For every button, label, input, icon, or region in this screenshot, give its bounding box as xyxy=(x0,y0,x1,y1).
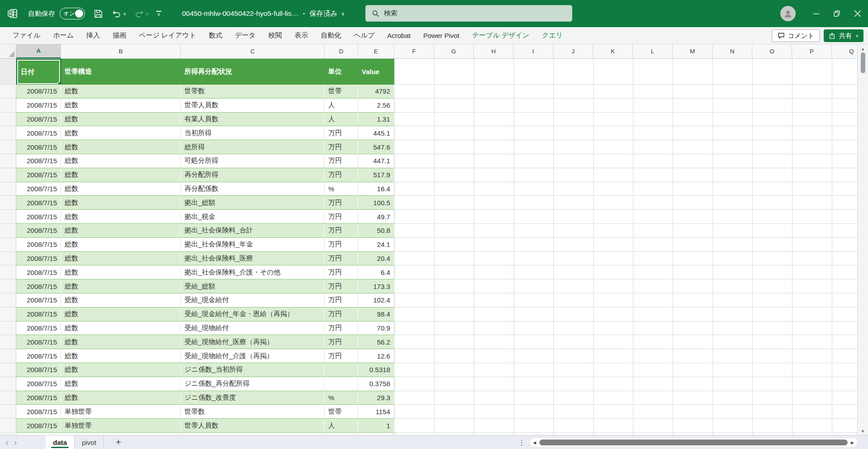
cell-A8[interactable]: 2008/7/15 xyxy=(16,168,61,182)
quick-access-customize-icon[interactable]: ∨ xyxy=(156,11,161,16)
cell-D25[interactable]: 世帯 xyxy=(325,405,358,419)
select-all-corner[interactable] xyxy=(0,44,16,58)
minimize-button[interactable] xyxy=(806,0,826,27)
empty-grid-area[interactable] xyxy=(394,279,868,293)
cell-B4[interactable]: 総数 xyxy=(61,113,181,127)
empty-grid-area[interactable] xyxy=(394,99,868,113)
cell-D18[interactable]: 万円 xyxy=(325,307,358,321)
row-header-18[interactable] xyxy=(0,307,16,321)
empty-grid-area[interactable] xyxy=(394,293,868,307)
cell-D7[interactable]: 万円 xyxy=(325,154,358,168)
scroll-up-icon[interactable]: ▲ xyxy=(861,44,865,52)
column-header-P[interactable]: P xyxy=(792,44,832,58)
cell-E14[interactable]: 20.4 xyxy=(358,252,394,266)
ribbon-tab-3[interactable]: 描画 xyxy=(106,27,132,44)
cell-D19[interactable]: 万円 xyxy=(325,321,358,336)
cell-D4[interactable]: 人 xyxy=(325,113,358,127)
cell-A22[interactable]: 2008/7/15 xyxy=(16,363,61,377)
cell-C11[interactable]: 拠出_税金 xyxy=(181,210,325,224)
sheet-nav-right-icon[interactable]: › xyxy=(14,438,23,447)
cell-A25[interactable]: 2008/7/15 xyxy=(16,405,61,419)
cell-B24[interactable]: 総数 xyxy=(61,391,181,405)
cell-B10[interactable]: 総数 xyxy=(61,196,181,210)
cell-A15[interactable]: 2008/7/15 xyxy=(16,265,61,279)
cell-C17[interactable]: 受給_現金給付 xyxy=(181,293,325,307)
cell-C12[interactable]: 拠出_社会保険料_合計 xyxy=(181,224,325,238)
cell-E15[interactable]: 6.4 xyxy=(358,265,394,279)
cell-E4[interactable]: 1.31 xyxy=(358,113,394,127)
search-input[interactable]: 検索 xyxy=(365,5,572,22)
empty-grid-area[interactable] xyxy=(394,59,868,85)
cell-D21[interactable]: 万円 xyxy=(325,349,358,363)
cell-E8[interactable]: 517.9 xyxy=(358,168,394,182)
ribbon-tab-6[interactable]: データ xyxy=(229,27,262,44)
cell-D11[interactable]: 万円 xyxy=(325,210,358,224)
sheet-tab-data[interactable]: data xyxy=(46,435,75,449)
column-header-D[interactable]: D xyxy=(325,44,358,58)
cell-A16[interactable]: 2008/7/15 xyxy=(16,279,61,293)
row-header-22[interactable] xyxy=(0,363,16,377)
cell-B1[interactable]: 世帯構造 xyxy=(61,59,181,85)
row-header-12[interactable] xyxy=(0,224,16,238)
empty-grid-area[interactable] xyxy=(394,307,868,321)
empty-grid-area[interactable] xyxy=(394,224,868,238)
row-header-23[interactable] xyxy=(0,377,16,391)
cell-E16[interactable]: 173.3 xyxy=(358,279,394,293)
undo-dropdown-icon[interactable]: ∨ xyxy=(123,11,126,16)
empty-grid-area[interactable] xyxy=(394,252,868,266)
column-header-K[interactable]: K xyxy=(593,44,633,58)
cell-A14[interactable]: 2008/7/15 xyxy=(16,252,61,266)
row-header-21[interactable] xyxy=(0,349,16,363)
close-button[interactable] xyxy=(847,0,868,27)
column-header-H[interactable]: H xyxy=(474,44,514,58)
cell-D15[interactable]: 万円 xyxy=(325,265,358,279)
empty-grid-area[interactable] xyxy=(394,140,868,154)
row-header-20[interactable] xyxy=(0,335,16,349)
empty-grid-area[interactable] xyxy=(394,405,868,419)
cell-C13[interactable]: 拠出_社会保険料_年金 xyxy=(181,238,325,252)
horizontal-scrollbar[interactable]: ◀ ▶ xyxy=(530,438,857,447)
cell-C6[interactable]: 総所得 xyxy=(181,140,325,154)
empty-grid-area[interactable] xyxy=(394,238,868,252)
cell-B13[interactable]: 総数 xyxy=(61,238,181,252)
cell-C9[interactable]: 再分配係数 xyxy=(181,182,325,196)
cell-A18[interactable]: 2008/7/15 xyxy=(16,307,61,321)
autosave-toggle[interactable]: オン xyxy=(60,8,85,19)
row-header-3[interactable] xyxy=(0,99,16,113)
cell-D12[interactable]: 万円 xyxy=(325,224,358,238)
cell-C4[interactable]: 有業人員数 xyxy=(181,113,325,127)
cell-D23[interactable] xyxy=(325,377,358,391)
cell-A2[interactable]: 2008/7/15 xyxy=(16,85,61,99)
cell-D14[interactable]: 万円 xyxy=(325,252,358,266)
cell-A7[interactable]: 2008/7/15 xyxy=(16,154,61,168)
cell-D6[interactable]: 万円 xyxy=(325,140,358,154)
share-chevron-down-icon[interactable]: ∨ xyxy=(855,33,859,38)
share-button[interactable]: 共有 ∨ xyxy=(824,29,863,42)
column-header-M[interactable]: M xyxy=(673,44,712,58)
cell-A13[interactable]: 2008/7/15 xyxy=(16,238,61,252)
row-header-8[interactable] xyxy=(0,168,16,182)
ribbon-tab-4[interactable]: ページ レイアウト xyxy=(132,27,203,44)
row-header-4[interactable] xyxy=(0,113,16,127)
cell-E21[interactable]: 12.6 xyxy=(358,349,394,363)
column-header-C[interactable]: C xyxy=(181,44,325,58)
scroll-left-icon[interactable]: ◀ xyxy=(532,440,538,445)
cell-B8[interactable]: 総数 xyxy=(61,168,181,182)
cell-E10[interactable]: 100.5 xyxy=(358,196,394,210)
row-header-11[interactable] xyxy=(0,210,16,224)
ribbon-tab-10[interactable]: ヘルプ xyxy=(347,27,381,44)
cell-A11[interactable]: 2008/7/15 xyxy=(16,210,61,224)
cell-C5[interactable]: 当初所得 xyxy=(181,126,325,140)
save-icon[interactable] xyxy=(93,9,104,19)
cell-B16[interactable]: 総数 xyxy=(61,279,181,293)
cell-A3[interactable]: 2008/7/15 xyxy=(16,99,61,113)
cell-C21[interactable]: 受給_現物給付_介護（再掲） xyxy=(181,349,325,363)
empty-grid-area[interactable] xyxy=(394,154,868,168)
cell-B9[interactable]: 総数 xyxy=(61,182,181,196)
column-header-A[interactable]: A xyxy=(16,44,61,58)
cell-A10[interactable]: 2008/7/15 xyxy=(16,196,61,210)
cell-B18[interactable]: 総数 xyxy=(61,307,181,321)
vertical-scrollbar-thumb[interactable] xyxy=(861,52,865,73)
cell-E6[interactable]: 547.6 xyxy=(358,140,394,154)
cell-B14[interactable]: 総数 xyxy=(61,252,181,266)
